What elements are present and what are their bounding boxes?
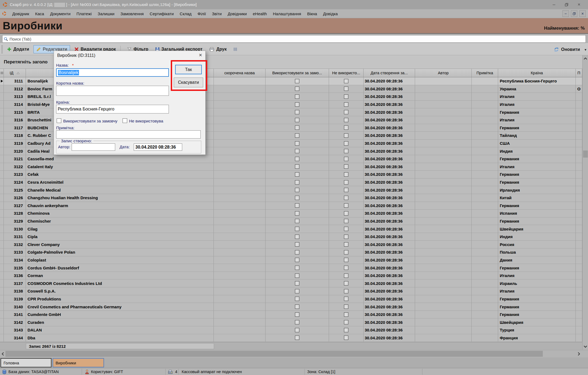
- use-default-checkbox[interactable]: [295, 281, 299, 285]
- use-default-checkbox[interactable]: [295, 336, 299, 340]
- mdi-close-button[interactable]: ×: [579, 10, 586, 17]
- use-default-checkbox[interactable]: [295, 125, 299, 130]
- not-use-checkbox[interactable]: [344, 297, 348, 301]
- not-use-checkbox[interactable]: [344, 328, 348, 332]
- scroll-left-arrow[interactable]: [0, 351, 5, 357]
- table-row[interactable]: 3124Cesra Arcneimittel30.04.2020 08:28:3…: [0, 179, 582, 186]
- not-use-checkbox[interactable]: [344, 235, 348, 239]
- not-use-checkbox[interactable]: [344, 94, 348, 99]
- scroll-down-arrow[interactable]: [583, 344, 588, 349]
- use-default-checkbox[interactable]: [295, 227, 299, 231]
- window-restore-button[interactable]: [560, 0, 573, 9]
- mdi-restore-button[interactable]: [571, 10, 577, 17]
- table-row[interactable]: 3137COSMODOR Cosmetics Industries Ltd30.…: [0, 279, 582, 287]
- note-field[interactable]: [56, 130, 201, 139]
- use-default-checkbox[interactable]: [295, 242, 299, 247]
- column-header-use-default[interactable]: Використовувати за замо...: [266, 69, 329, 77]
- use-default-checkbox[interactable]: [295, 141, 299, 146]
- not-use-checkbox[interactable]: [344, 227, 348, 231]
- scroll-up-arrow[interactable]: [583, 56, 588, 61]
- column-header-indicator[interactable]: [0, 69, 4, 77]
- table-row[interactable]: 3130Cilag30.04.2020 08:28:36Швейцария: [0, 225, 582, 233]
- use-default-checkbox[interactable]: [295, 180, 299, 185]
- column-header-short-name[interactable]: скорочена назва: [214, 69, 266, 77]
- table-row[interactable]: 3140Crevil Cosmetics and Pharmaceuticals…: [0, 303, 582, 311]
- not-use-checkbox[interactable]: [344, 336, 348, 340]
- table-row[interactable]: 3132Clever Company30.04.2020 08:28:36Рос…: [0, 241, 582, 248]
- use-default-dialog-checkbox[interactable]: [57, 118, 61, 123]
- column-header-note[interactable]: Примітка: [472, 69, 498, 77]
- use-default-checkbox[interactable]: [295, 203, 299, 208]
- menu-item-1[interactable]: Довідник: [9, 10, 32, 17]
- use-default-checkbox[interactable]: [295, 273, 299, 278]
- use-default-checkbox[interactable]: [295, 164, 299, 169]
- use-default-checkbox[interactable]: [295, 79, 299, 83]
- author-field[interactable]: [72, 143, 115, 151]
- not-use-checkbox[interactable]: [344, 188, 348, 192]
- use-default-checkbox[interactable]: [295, 87, 299, 91]
- table-row[interactable]: 3126Changzhou Hualian Health Dressing30.…: [0, 194, 582, 202]
- refresh-button[interactable]: Оновити: [551, 45, 582, 54]
- table-row[interactable]: 3133Colgate-Palmolive Polan30.04.2020 08…: [0, 248, 582, 256]
- not-use-checkbox[interactable]: [344, 211, 348, 216]
- menu-item-7[interactable]: Сертифікати: [147, 10, 177, 17]
- vertical-scrollbar[interactable]: [582, 55, 588, 350]
- use-default-checkbox[interactable]: [295, 149, 299, 153]
- date-field[interactable]: 30.04.2020 08:28:36: [134, 143, 182, 151]
- not-use-checkbox[interactable]: [344, 125, 348, 130]
- column-header-p[interactable]: П: [576, 69, 582, 77]
- table-row[interactable]: 3144Dba30.04.2020 08:28:36Франция: [0, 334, 582, 342]
- not-use-checkbox[interactable]: [344, 258, 348, 262]
- menu-item-14[interactable]: Вікна: [304, 10, 320, 17]
- use-default-checkbox[interactable]: [295, 289, 299, 293]
- use-default-checkbox[interactable]: [295, 133, 299, 138]
- menu-item-4[interactable]: Платежі: [74, 10, 95, 17]
- menu-item-12[interactable]: eHealth: [250, 10, 270, 17]
- menu-item-13[interactable]: Налаштування: [270, 10, 304, 17]
- not-use-checkbox[interactable]: [344, 203, 348, 208]
- use-default-checkbox[interactable]: [295, 211, 299, 216]
- table-row[interactable]: 3135Cordus GmbH- Dusseldorf30.04.2020 08…: [0, 264, 582, 272]
- short-name-field[interactable]: [56, 86, 169, 96]
- use-default-checkbox[interactable]: [295, 235, 299, 239]
- use-default-checkbox[interactable]: [295, 102, 299, 107]
- use-default-checkbox[interactable]: [295, 94, 299, 99]
- table-row[interactable]: 3142Curaden30.04.2020 08:28:36Швейцария: [0, 318, 582, 326]
- not-use-checkbox[interactable]: [344, 164, 348, 169]
- use-default-checkbox[interactable]: [295, 110, 299, 114]
- add-button[interactable]: Додати: [5, 45, 32, 53]
- column-header-id[interactable]: ІД: [4, 69, 26, 77]
- menu-item-3[interactable]: Документи: [47, 10, 74, 17]
- use-default-checkbox[interactable]: [295, 328, 299, 332]
- use-default-checkbox[interactable]: [295, 188, 299, 192]
- use-default-checkbox[interactable]: [295, 118, 299, 122]
- window-close-button[interactable]: ×: [573, 0, 585, 9]
- not-use-checkbox[interactable]: [344, 79, 348, 83]
- not-use-checkbox[interactable]: [344, 141, 348, 146]
- use-default-checkbox[interactable]: [295, 219, 299, 223]
- scroll-right-arrow[interactable]: [575, 351, 582, 357]
- search-input[interactable]: Поиск (Tab): [2, 35, 586, 43]
- not-use-checkbox[interactable]: [344, 196, 348, 200]
- table-row[interactable]: 3143DALAN30.04.2020 08:28:36Турция: [0, 326, 582, 334]
- not-use-checkbox[interactable]: [344, 110, 348, 114]
- not-use-checkbox[interactable]: [344, 87, 348, 91]
- menu-item-6[interactable]: Замовлення: [117, 10, 147, 17]
- horizontal-scrollbar[interactable]: [0, 350, 588, 357]
- name-field[interactable]: Bosnalijek: [56, 68, 169, 77]
- not-use-checkbox[interactable]: [344, 172, 348, 177]
- not-use-checkbox[interactable]: [344, 289, 348, 293]
- not-use-checkbox[interactable]: [344, 157, 348, 161]
- table-row[interactable]: 3141Cumdente GmbH30.04.2020 08:28:36Герм…: [0, 311, 582, 319]
- not-use-checkbox[interactable]: [344, 273, 348, 278]
- table-row[interactable]: 3121Cassella-med30.04.2020 08:28:36Герма…: [0, 155, 582, 163]
- mdi-minimize-button[interactable]: –: [562, 10, 569, 17]
- not-use-checkbox[interactable]: [344, 133, 348, 138]
- table-row[interactable]: 3123Cefak30.04.2020 08:28:36Германия: [0, 171, 582, 179]
- not-use-checkbox[interactable]: [344, 102, 348, 107]
- use-default-checkbox[interactable]: [295, 172, 299, 177]
- tab-manufacturers[interactable]: Виробники: [53, 358, 104, 367]
- not-use-checkbox[interactable]: [344, 281, 348, 285]
- menu-item-15[interactable]: Довідка: [320, 10, 341, 17]
- dialog-close-icon[interactable]: ×: [199, 52, 202, 58]
